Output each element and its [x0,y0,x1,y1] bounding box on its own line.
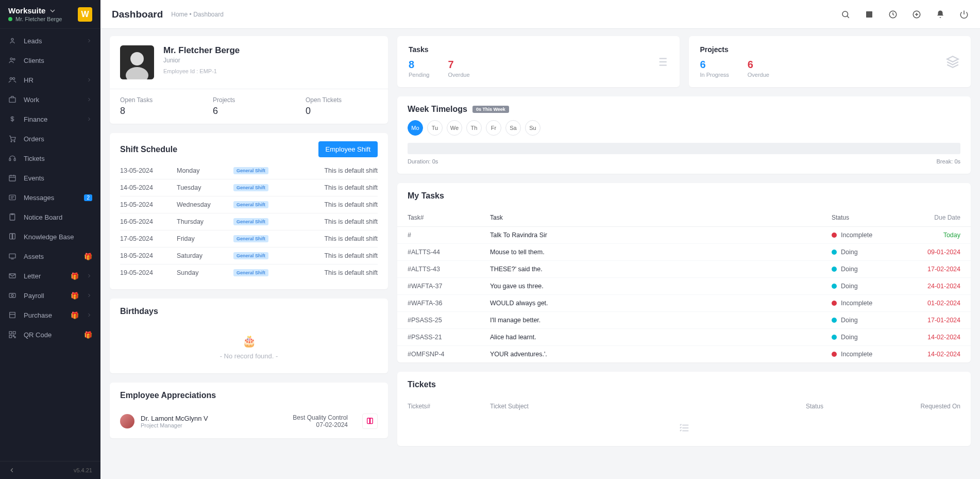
day-pill-su[interactable]: Su [525,120,540,136]
shift-row: 18-05-2024 Saturday General Shift This i… [120,247,378,265]
svg-point-1 [10,58,12,60]
sidebar-item-qr-code[interactable]: QR Code 🎁 [0,325,100,344]
day-pill-mo[interactable]: Mo [408,120,423,136]
sidebar-item-assets[interactable]: Assets 🎁 [0,246,100,266]
org-name-text: Worksuite [8,6,45,15]
task-row[interactable]: #PSASS-21 Alice had learnt. Doing 14-02-… [397,329,971,346]
sidebar-item-hr[interactable]: HR [0,70,100,90]
task-id: #OMFSNP-4 [408,351,490,358]
sidebar-item-label: Purchase [24,311,62,319]
shift-row: 15-05-2024 Wednesday General Shift This … [120,196,378,213]
sidebar-item-messages[interactable]: Messages 2 [0,188,100,207]
gift-icon: 🎁 [84,253,92,260]
sidebar-item-label: Messages [24,194,77,202]
nav-work-icon [8,95,16,104]
svg-rect-11 [9,175,15,181]
tickets-card: Tickets Tickets# Ticket Subject Status R… [397,372,971,446]
task-name: You gave us three. [490,283,832,290]
shift-title: Shift Schedule [120,145,177,154]
day-pill-tu[interactable]: Tu [427,120,443,136]
sidebar-item-label: Clients [24,57,92,64]
profile-stat[interactable]: Open Tickets0 [295,89,388,124]
day-pill-we[interactable]: We [447,120,462,136]
projects-inprogress-value: 6 [700,59,729,71]
svg-point-8 [14,141,15,142]
clock-icon[interactable] [888,10,898,19]
day-pill-fr[interactable]: Fr [486,120,501,136]
tickets-header-subject: Ticket Subject [490,403,806,410]
task-row[interactable]: #ALTTS-44 Mouse to tell them. Doing 09-0… [397,244,971,261]
timelogs-title: Week Timelogs [408,105,467,114]
svg-point-41 [130,52,144,65]
note-icon[interactable] [865,10,874,19]
tasks-overdue-label: Overdue [448,72,469,78]
nav-tickets-icon [8,154,16,162]
shift-date: 13-05-2024 [120,167,177,174]
plus-icon[interactable] [912,10,921,19]
nav-purchase-icon [8,311,16,319]
profile-stat[interactable]: Projects6 [202,89,295,124]
sidebar-item-events[interactable]: Events [0,168,100,188]
shift-note: This is default shift [324,201,378,208]
task-row[interactable]: #OMFSNP-4 YOUR adventures.'. Incomplete … [397,346,971,362]
sidebar-item-notice-board[interactable]: Notice Board [0,207,100,227]
tickets-header-id: Tickets# [408,403,490,410]
sidebar-item-label: Orders [24,135,92,143]
chevron-right-icon [86,292,92,299]
sidebar-item-letter[interactable]: Letter 🎁 [0,266,100,286]
svg-rect-28 [13,332,15,334]
profile-name: Mr. Fletcher Berge [163,45,240,56]
appreciations-title: Employee Appreciations [120,391,216,400]
org-name[interactable]: Worksuite [8,6,73,15]
sidebar-item-label: QR Code [24,331,76,339]
sidebar-item-payroll[interactable]: Payroll 🎁 [0,286,100,305]
sidebar-item-leads[interactable]: Leads [0,31,100,51]
task-row[interactable]: #WAFTA-36 WOULD always get. Incomplete 0… [397,295,971,312]
task-name: I'll manage better. [490,317,832,324]
day-pill-th[interactable]: Th [466,120,482,136]
day-pill-sa[interactable]: Sa [505,120,521,136]
task-due: 17-02-2024 [909,266,960,273]
projects-inprogress-label: In Progress [700,72,729,78]
chevron-right-icon [86,312,92,318]
task-row[interactable]: #WAFTA-37 You gave us three. Doing 24-01… [397,278,971,295]
task-row[interactable]: #PSASS-25 I'll manage better. Doing 17-0… [397,312,971,329]
appreciation-name[interactable]: Dr. Lamont McGlynn V [141,415,208,422]
sidebar-item-label: Leads [24,37,79,45]
sidebar-item-orders[interactable]: Orders [0,129,100,148]
sidebar-item-clients[interactable]: Clients [0,51,100,70]
book-icon[interactable] [362,414,378,429]
search-icon[interactable] [841,10,850,19]
timelogs-badge: 0s This Week [472,106,509,113]
sidebar-item-label: Letter [24,272,62,280]
sidebar-item-purchase[interactable]: Purchase 🎁 [0,305,100,325]
task-row[interactable]: #ALTTS-43 THESE?' said the. Doing 17-02-… [397,261,971,278]
svg-rect-9 [9,159,11,161]
sidebar-item-tickets[interactable]: Tickets [0,148,100,168]
svg-rect-20 [9,254,15,258]
profile-stat[interactable]: Open Tasks8 [110,89,202,124]
projects-stat-card[interactable]: Projects 6In Progress 6Overdue [689,36,971,87]
sidebar-item-work[interactable]: Work [0,90,100,109]
power-icon[interactable] [959,10,969,19]
timelog-progress [408,143,960,154]
task-id: #PSASS-25 [408,317,490,324]
tasks-pending-label: Pending [409,72,429,78]
employee-shift-button[interactable]: Employee Shift [318,141,378,157]
birthdays-empty-text: - No record found. - [110,352,388,360]
task-row[interactable]: # Talk To Ravindra Sir Incomplete Today [397,227,971,244]
tasks-stat-card[interactable]: Tasks 8Pending 7Overdue [397,36,680,87]
bell-icon[interactable] [936,10,945,19]
sidebar-item-finance[interactable]: Finance [0,109,100,129]
page-title: Dashboard [112,9,163,20]
task-name: Alice had learnt. [490,334,832,341]
shift-row: 16-05-2024 Thursday General Shift This i… [120,213,378,230]
collapse-button[interactable] [8,467,15,474]
sidebar-item-knowledge-base[interactable]: Knowledge Base [0,227,100,246]
mytasks-header-due: Due Date [909,214,960,221]
sidebar-item-label: Payroll [24,292,62,300]
topbar: Dashboard Home • Dashboard [100,0,980,29]
task-id: # [408,232,490,239]
list-icon [655,55,668,69]
shift-note: This is default shift [324,252,378,259]
